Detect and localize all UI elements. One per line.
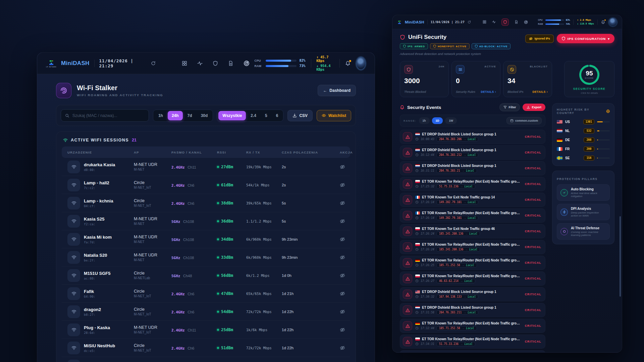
dashboard-back-button[interactable]: ← Dashboard (318, 85, 356, 96)
band-filter-button[interactable]: 2.4 (247, 111, 260, 120)
security-event-row[interactable]: ET TOR Known Tor Relay/Router (Not Exit)… (400, 177, 545, 191)
table-row: Lamp - hall2 7c:c2: Circle M-NET_IoT 2.4… (62, 176, 350, 194)
nav-security-icon[interactable] (213, 60, 218, 66)
hide-device-button[interactable] (340, 273, 345, 278)
warning-triangle-icon (403, 132, 412, 141)
status-badge: IPS: ARMED (400, 43, 428, 49)
search-box (61, 109, 149, 122)
range-button[interactable]: 1h (419, 117, 430, 124)
hide-device-button[interactable] (340, 345, 345, 351)
cpu-value: 82% (299, 59, 305, 62)
clock-icon (415, 169, 419, 172)
details-link[interactable]: DETAILS › (533, 90, 548, 94)
security-event-row[interactable]: ET DROP Dshield Block Listed Source grou… (400, 287, 545, 301)
nav-dashboard-icon[interactable] (182, 60, 187, 66)
signal-dot (217, 184, 219, 186)
export-button[interactable]: Export (523, 104, 545, 111)
destination: Local (465, 185, 473, 188)
source-ip: 51.75.33.236 (439, 343, 459, 346)
clock-icon (415, 248, 419, 251)
security-event-row[interactable]: ET TOR Known Tor Relay/Router (Not Exit)… (400, 272, 545, 286)
filter-button[interactable]: Filter (499, 103, 520, 111)
warning-triangle-icon (403, 290, 412, 299)
nav-activity-icon[interactable] (197, 60, 203, 66)
security-event-row[interactable]: ET TOR Known Tor Exit Node Traffic group… (400, 224, 545, 238)
security-score-card[interactable]: 95 SCORE SECURITY SCORE Click for detail… (564, 61, 614, 97)
security-event-row[interactable]: ET TOR Known Tor Relay/Router (Not Exit)… (400, 319, 545, 333)
security-event-row[interactable]: ET TOR Known Tor Exit Node Traffic group… (400, 193, 545, 207)
hide-device-button[interactable] (340, 255, 345, 260)
nav-radar-icon[interactable] (524, 20, 528, 24)
notifications-bell-icon[interactable] (345, 61, 351, 66)
refresh-button[interactable] (468, 20, 471, 24)
band-filter-button[interactable]: 5 (261, 111, 271, 120)
warning-triangle-icon (403, 148, 412, 157)
eye-off-icon (340, 327, 345, 333)
watchlist-button[interactable]: Watchlist (317, 110, 351, 121)
hide-device-button[interactable] (340, 327, 345, 333)
country-flag-icon (415, 133, 420, 136)
country-code: NL (565, 129, 570, 133)
security-event-row[interactable]: ET DROP Dshield Block Listed Source grou… (400, 130, 545, 144)
details-link[interactable]: DETAILS › (481, 90, 496, 94)
time-range-button[interactable]: 24h (168, 111, 183, 120)
avatar[interactable] (608, 18, 617, 26)
eye-off-icon (340, 219, 345, 224)
pillar-description: Active real-time attack mitigation (571, 192, 606, 198)
refresh-button[interactable] (151, 61, 156, 66)
band-value: 5GHz (171, 220, 180, 224)
security-event-row[interactable]: ET TOR Known Tor Relay/Router (Not Exit)… (400, 335, 545, 349)
time-range-button[interactable]: 30d (197, 111, 212, 120)
range-bar: RANGE: 1h 1D 1W common.custom (400, 115, 545, 127)
hide-device-button[interactable] (340, 309, 345, 314)
col-device: URZADZENIE (67, 150, 134, 154)
avatar[interactable] (356, 57, 366, 70)
connection-time: 1d 22h (282, 310, 340, 314)
ap-name: M-NET UDR (134, 162, 171, 167)
event-title: ET TOR Known Tor Relay/Router (Not Exit)… (422, 337, 522, 341)
hide-device-button[interactable] (340, 291, 345, 296)
range-button[interactable]: 1D (432, 117, 443, 124)
ips-configuration-button[interactable]: IPS CONFIGURATION ▾ (557, 34, 614, 43)
hide-device-button[interactable] (340, 164, 345, 170)
time-range-button[interactable]: 7d (183, 111, 196, 120)
country-risk-bar (597, 121, 610, 122)
notifications-bell-icon[interactable] (601, 20, 605, 24)
hide-device-button[interactable] (340, 200, 345, 206)
band-value: 2.4GHz (171, 292, 185, 296)
security-event-row[interactable]: ET DROP Dshield Block Listed Source grou… (400, 145, 545, 160)
ram-value: 74% (566, 23, 570, 25)
search-input[interactable] (72, 113, 145, 118)
nav-logs-icon[interactable] (515, 20, 518, 24)
event-title: ET TOR Known Tor Relay/Router (Not Exit)… (422, 258, 522, 262)
range-button[interactable]: 1W (445, 117, 457, 124)
band-filter-button[interactable]: Wszystkie (218, 111, 246, 120)
stat-tag: ACTIVE (484, 65, 496, 68)
nav-security-icon-active[interactable] (501, 18, 509, 26)
ignored-ips-button[interactable]: Ignored IPs (525, 35, 553, 43)
security-event-row[interactable]: ET DROP Dshield Block Listed Source grou… (400, 350, 545, 353)
hide-device-button[interactable] (340, 219, 345, 224)
security-event-row[interactable]: ET TOR Known Tor Relay/Router (Not Exit)… (400, 256, 545, 270)
source-ip: 204.76.203.212 (439, 154, 462, 157)
nav-logs-icon[interactable] (228, 60, 233, 66)
nav-activity-icon[interactable] (492, 20, 496, 24)
events-scrollbar[interactable] (620, 216, 621, 297)
nav-radar-icon[interactable] (244, 60, 250, 66)
security-event-row[interactable]: ET DROP Dshield Block Listed Source grou… (400, 303, 545, 317)
security-event-row[interactable]: ET TOR Known Tor Relay/Router (Not Exit)… (400, 208, 545, 223)
range-label: RANGE: (404, 119, 417, 122)
band-value: 5GHz (171, 256, 180, 260)
security-event-row[interactable]: ET TOR Known Tor Relay/Router (Not Exit)… (400, 240, 545, 254)
security-event-row[interactable]: ET DROP Dshield Block Listed Source grou… (400, 161, 545, 175)
stat-tag: 24H (439, 65, 444, 68)
time-range-button[interactable]: 1h (154, 111, 167, 120)
hide-device-button[interactable] (340, 237, 345, 242)
csv-export-button[interactable]: CSV (287, 110, 313, 121)
band-filter-button[interactable]: 6 (272, 111, 282, 120)
nav-dashboard-icon[interactable] (483, 20, 486, 24)
stat-label: Blocked IPs (507, 90, 524, 94)
hide-device-button[interactable] (340, 182, 345, 188)
custom-range-button[interactable]: common.custom (506, 117, 542, 124)
ap-name: Circle (134, 180, 171, 185)
